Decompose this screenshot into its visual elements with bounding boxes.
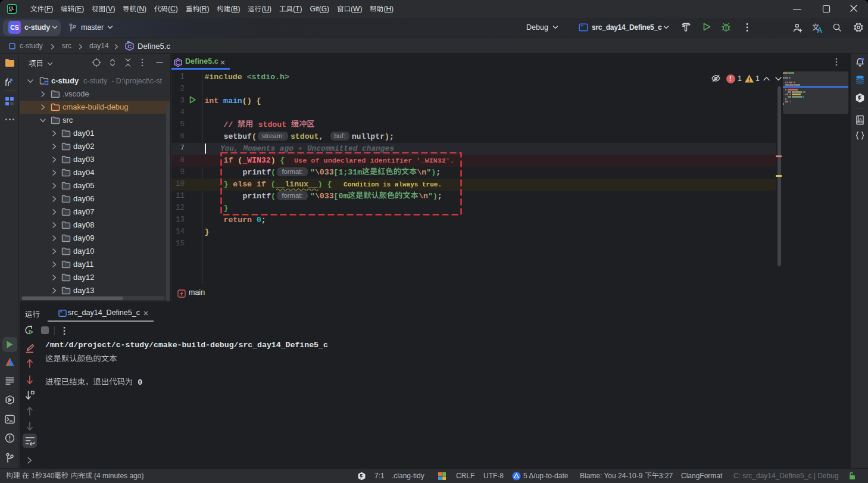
svg-text:A: A	[859, 117, 862, 121]
svg-text:C: C	[127, 43, 132, 49]
svg-text:A: A	[817, 26, 822, 33]
svg-text:CL: CL	[9, 6, 14, 10]
